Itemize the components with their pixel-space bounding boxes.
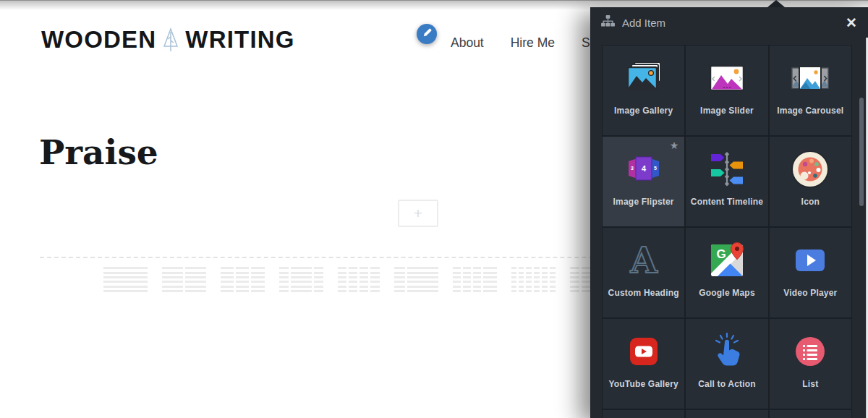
sitemap-icon <box>601 15 615 30</box>
modules-grid: Image Gallery Image Slider Image Carouse… <box>602 45 852 418</box>
palette-icon <box>790 149 830 189</box>
placeholder-text-block <box>221 267 265 293</box>
placeholder-line-segment <box>338 267 346 293</box>
placeholder-text-block <box>453 267 497 293</box>
panel-scrollbar-thumb[interactable] <box>859 98 864 206</box>
module-tile-partial[interactable] <box>770 410 851 418</box>
main-nav: AboutHire MeSa <box>451 35 597 51</box>
image-gallery-icon <box>624 58 664 98</box>
module-label: Image Gallery <box>614 106 673 116</box>
module-label: Image Slider <box>700 106 754 116</box>
logo-word-2: WRITING <box>185 26 294 54</box>
placeholder-text-row <box>103 267 614 293</box>
placeholder-line-segment <box>550 267 556 293</box>
placeholder-line-segment <box>463 267 471 293</box>
module-label: Call to Action <box>698 379 756 389</box>
placeholder-line-segment <box>511 267 516 293</box>
placeholder-line-segment <box>534 267 540 293</box>
module-label: Google Maps <box>699 288 755 298</box>
placeholder-line-segment <box>314 267 323 293</box>
placeholder-text-block <box>162 267 206 293</box>
module-tile-custom-heading[interactable]: A Custom Heading <box>603 228 684 317</box>
module-tile-partial[interactable] <box>603 410 684 418</box>
placeholder-line-segment <box>221 267 234 293</box>
placeholder-line-segment <box>279 267 289 293</box>
module-label: Image Carousel <box>777 106 843 116</box>
placeholder-line-segment <box>519 267 524 293</box>
page-title: Praise <box>39 132 158 172</box>
image-flipster-icon: 3 5 4 <box>624 149 664 189</box>
placeholder-line-segment <box>473 267 481 293</box>
module-tile-image-slider[interactable]: Image Slider <box>686 46 767 135</box>
close-icon[interactable]: ✕ <box>846 16 857 30</box>
google-maps-icon: G <box>707 240 747 281</box>
module-tile-image-flipster[interactable]: 3 5 4 Image Flipster ★ <box>603 137 684 226</box>
module-tile-partial[interactable] <box>686 410 767 418</box>
placeholder-line-segment <box>570 267 579 293</box>
call-to-action-icon <box>707 331 747 372</box>
image-carousel-icon <box>790 58 830 98</box>
pencil-icon <box>422 27 433 41</box>
list-icon <box>790 331 830 372</box>
site-logo: WOODEN WRITING <box>41 26 295 54</box>
placeholder-line-segment <box>236 267 249 293</box>
placeholder-line-segment <box>359 267 368 293</box>
placeholder-line-segment <box>483 267 497 293</box>
module-tile-list[interactable]: List <box>770 319 851 409</box>
module-label: YouTube Gallery <box>608 379 678 389</box>
placeholder-line-segment <box>162 267 183 293</box>
svg-text:4: 4 <box>642 164 647 173</box>
placeholder-line-segment <box>453 267 461 293</box>
plus-icon: + <box>414 205 422 222</box>
youtube-gallery-icon <box>624 331 664 372</box>
module-label: Video Player <box>783 288 837 298</box>
placeholder-line-segment <box>370 267 380 293</box>
module-tile-video-player[interactable]: Video Player <box>770 228 851 317</box>
placeholder-line-segment <box>394 267 405 293</box>
placeholder-text-block <box>279 267 323 293</box>
placeholder-line-segment <box>291 267 312 293</box>
add-item-panel: Add Item ✕ Image Gallery Image Slider Im… <box>590 7 868 418</box>
module-tile-youtube-gallery[interactable]: YouTube Gallery <box>603 319 684 409</box>
placeholder-line-segment <box>103 267 148 293</box>
module-label: Icon <box>801 197 820 207</box>
content-timeline-icon <box>707 149 747 189</box>
placeholder-text-block <box>394 267 438 293</box>
module-tile-google-maps[interactable]: G Google Maps <box>686 228 767 317</box>
placeholder-line-segment <box>185 267 206 293</box>
placeholder-text-block <box>511 267 556 293</box>
svg-text:5: 5 <box>654 166 657 171</box>
custom-heading-icon: A <box>624 240 664 281</box>
module-label: List <box>802 379 818 389</box>
module-tile-image-gallery[interactable]: Image Gallery <box>603 46 684 135</box>
svg-text:3: 3 <box>631 166 634 171</box>
placeholder-line-segment <box>349 267 357 293</box>
video-player-icon <box>790 240 830 281</box>
placeholder-line-segment <box>407 267 438 293</box>
panel-header: Add Item ✕ <box>590 7 868 38</box>
placeholder-text-block <box>338 267 380 293</box>
placeholder-line-segment <box>542 267 548 293</box>
image-slider-icon <box>707 58 747 98</box>
module-label: Content Timeline <box>691 197 763 207</box>
panel-title: Add Item <box>622 17 665 29</box>
nav-item-about[interactable]: About <box>451 35 484 51</box>
panel-pointer-arrow <box>767 0 785 7</box>
placeholder-line-segment <box>526 267 532 293</box>
pine-tree-icon <box>162 27 179 52</box>
module-label: Custom Heading <box>608 288 679 298</box>
module-label: Image Flipster <box>613 197 674 207</box>
add-content-button[interactable]: + <box>398 200 438 227</box>
svg-text:A: A <box>629 240 658 281</box>
module-tile-call-to-action[interactable]: Call to Action <box>686 319 767 409</box>
placeholder-line-segment <box>251 267 265 293</box>
module-tile-icon[interactable]: Icon <box>770 137 851 226</box>
svg-text:G: G <box>716 247 726 261</box>
module-tile-content-timeline[interactable]: Content Timeline <box>686 137 767 226</box>
module-tile-image-carousel[interactable]: Image Carousel <box>770 46 851 135</box>
placeholder-text-block <box>103 267 148 293</box>
nav-item-hire-me[interactable]: Hire Me <box>511 35 555 51</box>
edit-button[interactable] <box>417 24 437 44</box>
favorite-star-icon[interactable]: ★ <box>670 140 679 151</box>
logo-word-1: WOODEN <box>41 26 156 54</box>
